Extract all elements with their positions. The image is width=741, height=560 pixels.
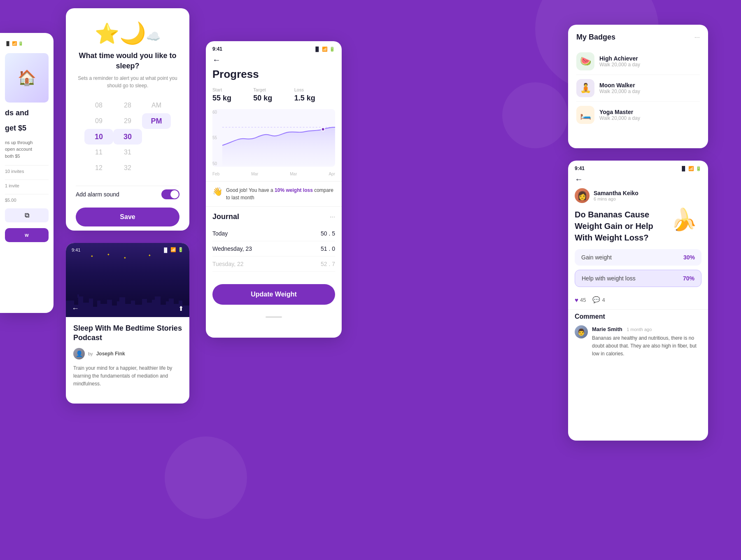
svg-rect-3 [77, 294, 79, 298]
journal-section: Journal ··· Today 50 . 5 Wednesday, 23 5… [206, 206, 342, 278]
alarm-toggle[interactable] [161, 189, 179, 199]
post-status-icons: ▐▌ 📶 🔋 [680, 166, 701, 171]
badge-item-high-achiever: 🍉 High Achiever Walk 20,000 a day [576, 48, 700, 75]
badges-card: My Badges ··· 🍉 High Achiever Walk 20,00… [568, 25, 708, 148]
post-author-info: Samantha Keiko 6 mins ago [594, 190, 638, 201]
x-label-mar2: Mar [290, 172, 297, 176]
referral-stat-label-2: 1 invite [5, 183, 19, 188]
badges-header: My Badges ··· [576, 33, 700, 42]
podcast-status-icons: ▐▌ 📶 🔋 [162, 247, 184, 252]
min-32[interactable]: 32 [113, 160, 142, 176]
target-label: Target [253, 87, 294, 92]
post-back-button[interactable]: ← [568, 175, 708, 188]
badge-info-yoga-master: Yoga Master Walk 20,000 a day [599, 109, 640, 121]
star-1: ✦ [91, 254, 93, 258]
stat-start: Start 55 kg [212, 87, 253, 103]
referral-image: 🏠 [5, 53, 49, 103]
comment-time: 1 month ago [627, 327, 652, 332]
poll-percent-gain: 30% [683, 254, 695, 261]
weight-chart: 60 55 50 [212, 109, 335, 167]
signal-strength: ▐▌ [314, 47, 320, 51]
star-2: ✦ [107, 253, 110, 257]
progress-card: 9:41 ▐▌ 📶 🔋 ← Progress Start 55 kg Targe… [206, 41, 342, 338]
loss-label: Loss [294, 87, 335, 92]
podcast-status-bar: 9:41 ▐▌ 📶 🔋 [66, 247, 189, 252]
good-job-emoji: 👋 [212, 187, 223, 196]
hour-10-selected[interactable]: 10 [84, 129, 113, 145]
podcast-nav: ← ⬆ [66, 304, 189, 313]
podcast-author-row: 👤 by Joseph Fink [73, 348, 182, 359]
min-28[interactable]: 28 [113, 98, 142, 113]
period-am[interactable]: AM [142, 98, 171, 113]
journal-weight-tue: 52 . 7 [321, 261, 335, 267]
post-time: 9:41 [575, 166, 585, 171]
badge-desc-high-achiever: Walk 20,000 a day [599, 62, 640, 68]
start-label: Start [212, 87, 253, 92]
sleep-title: What time would you like to sleep? [76, 51, 179, 71]
back-button[interactable]: ← [72, 304, 79, 313]
poll-option-loss[interactable]: Help with weight loss 70% [575, 270, 701, 287]
stat-target: Target 50 kg [253, 87, 294, 103]
wifi-icon: 📶 [12, 41, 17, 46]
hour-08[interactable]: 08 [84, 98, 113, 113]
min-29[interactable]: 29 [113, 113, 142, 129]
poll-label-loss: Help with weight loss [582, 275, 636, 282]
share-button[interactable]: ⬆ [178, 305, 184, 313]
star-4: ✦ [148, 254, 151, 257]
journal-menu-dots[interactable]: ··· [330, 213, 335, 221]
journal-weight-today: 50 . 5 [321, 230, 335, 237]
progress-back-button[interactable]: ← [206, 55, 342, 68]
comment-reaction[interactable]: 💬 4 [592, 296, 605, 303]
y-label-60: 60 [212, 110, 217, 114]
status-icons: ▐▌ 📶 🔋 [314, 47, 335, 52]
hour-09[interactable]: 09 [84, 113, 113, 129]
post-status-bar: 9:41 ▐▌ 📶 🔋 [568, 161, 708, 175]
copy-button[interactable]: ⧉ [5, 208, 49, 222]
podcast-header-image: 9:41 ▐▌ 📶 🔋 ✦ ✦ ✦ ✦ [66, 243, 189, 317]
podcast-body: Sleep With Me Bedtime Stories Podcast 👤 … [66, 317, 189, 394]
comment-header-marie: Marie Smith 1 month ago [592, 325, 701, 333]
progress-bottom-handle [266, 316, 282, 318]
hour-12[interactable]: 12 [84, 160, 113, 176]
hours-column: 08 09 10 11 12 [84, 98, 113, 176]
referral-stat-label-3: $5.00 [5, 198, 16, 203]
heart-icon: ♥ [575, 296, 578, 303]
comment-avatar-marie: 👨 [575, 325, 588, 338]
save-button[interactable]: Save [76, 208, 179, 226]
badges-menu-dots[interactable]: ··· [694, 34, 700, 41]
referral-stat-row-3: $5.00 [5, 194, 49, 203]
podcast-card: 9:41 ▐▌ 📶 🔋 ✦ ✦ ✦ ✦ [66, 243, 189, 404]
badge-desc-yoga-master: Walk 20,000 a day [599, 115, 640, 121]
svg-point-27 [322, 128, 325, 131]
phone-status-bar: 9:41 ▐▌ 📶 🔋 [206, 41, 342, 55]
journal-row-today: Today 50 . 5 [212, 226, 335, 241]
loss-value: 1.5 kg [294, 94, 335, 103]
min-30-selected[interactable]: 30 [113, 129, 142, 145]
yoga-master-icon: 🛏️ [576, 106, 594, 124]
post-reactions: ♥ 45 💬 4 [568, 293, 708, 309]
poll-percent-loss: 70% [683, 275, 694, 282]
chart-svg [222, 109, 335, 166]
journal-title: Journal [212, 212, 239, 221]
poll-options: Gain weight 30% Help with weight loss 70… [568, 249, 708, 293]
journal-row-tue: Tuesday, 22 52 . 7 [212, 257, 335, 272]
badge-info-high-achiever: High Achiever Walk 20,000 a day [599, 55, 640, 68]
poll-option-gain[interactable]: Gain weight 30% [575, 249, 701, 266]
good-job-text: Good job! You have a 10% weight loss com… [226, 187, 335, 201]
badge-name-moon-walker: Moon Walker [599, 82, 640, 89]
badge-info-moon-walker: Moon Walker Walk 20,000 a day [599, 82, 640, 94]
comment-icon: 💬 [592, 296, 600, 303]
referral-action-button[interactable]: w [5, 228, 49, 242]
like-reaction[interactable]: ♥ 45 [575, 296, 586, 303]
hour-11[interactable]: 11 [84, 145, 113, 160]
status-time: 9:41 [212, 46, 222, 52]
post-signal: ▐▌ [680, 166, 687, 171]
update-weight-button[interactable]: Update Weight [212, 284, 335, 305]
x-label-mar1: Mar [251, 172, 258, 176]
period-pm-selected[interactable]: PM [142, 113, 171, 129]
status-bar: ▐▌ 📶 🔋 [5, 41, 49, 46]
min-31[interactable]: 31 [113, 145, 142, 160]
post-card: 9:41 ▐▌ 📶 🔋 ← 👩 Samantha Keiko 6 mins ag… [568, 161, 708, 441]
journal-row-wed: Wednesday, 23 51 . 0 [212, 241, 335, 257]
referral-stat-label: 10 invites [5, 169, 24, 174]
